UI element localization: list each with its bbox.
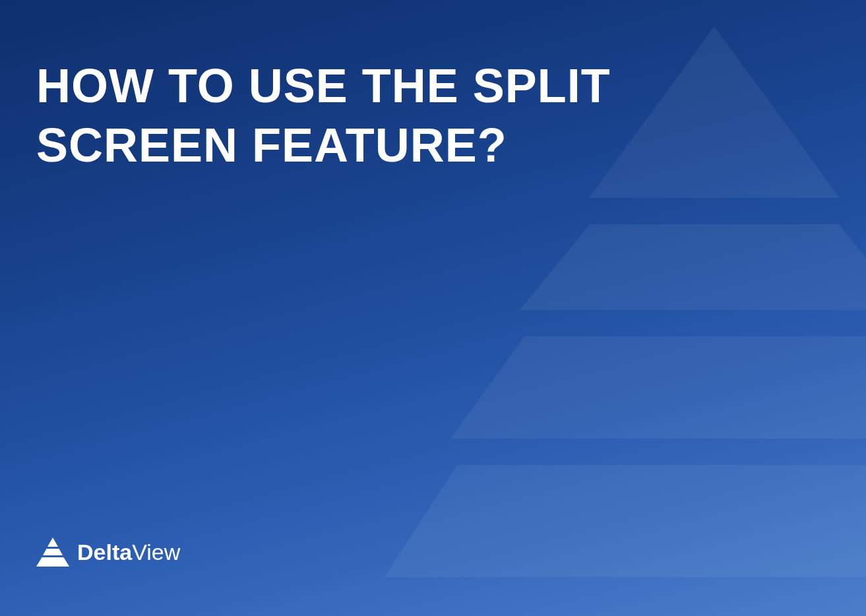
pyramid-layer-base (385, 465, 866, 577)
svg-marker-2 (36, 557, 69, 567)
page-title: HOW TO USE THE SPLIT SCREEN FEATURE? (36, 56, 630, 175)
brand-logo-block: DeltaView (36, 538, 180, 567)
deltaview-logo-icon (36, 538, 69, 567)
pyramid-layer-lower-mid (450, 336, 866, 439)
brand-name-light: View (132, 539, 180, 565)
svg-marker-0 (47, 538, 58, 547)
brand-name-bold: Delta (77, 539, 132, 565)
brand-name: DeltaView (77, 539, 180, 565)
pyramid-layer-upper-mid (520, 224, 866, 310)
svg-marker-1 (43, 549, 63, 555)
